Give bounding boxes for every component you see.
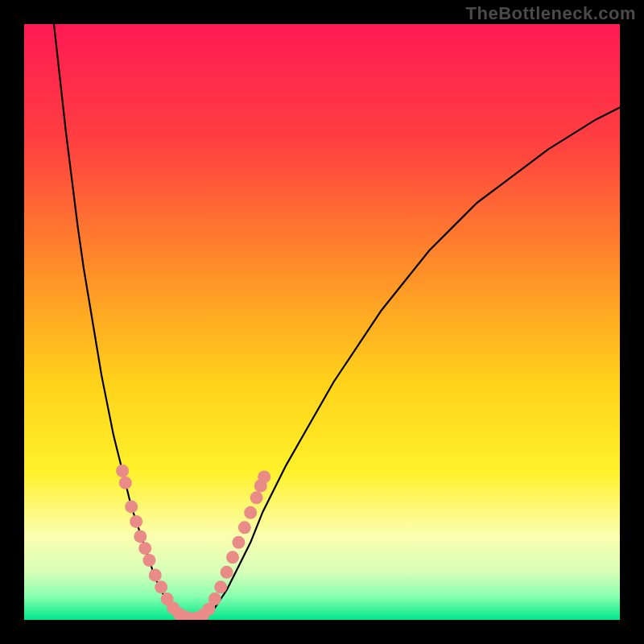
- highlight-dot: [258, 470, 270, 483]
- highlight-dot: [232, 536, 245, 549]
- chart-frame: TheBottleneck.com: [0, 0, 644, 644]
- highlight-dot: [214, 580, 227, 593]
- highlight-dot: [244, 506, 257, 519]
- highlight-dot: [134, 530, 147, 543]
- highlight-dot: [208, 592, 221, 605]
- highlight-dot: [125, 500, 138, 513]
- watermark-text: TheBottleneck.com: [466, 3, 636, 24]
- highlight-dot: [226, 551, 239, 564]
- bottleneck-curve-chart: [24, 24, 620, 620]
- highlight-dot: [250, 491, 263, 504]
- gradient-background: [24, 24, 620, 620]
- highlight-dot: [119, 477, 132, 489]
- highlight-dot: [221, 566, 233, 579]
- highlight-dot: [138, 542, 151, 555]
- highlight-dot: [155, 580, 167, 593]
- plot-area: [24, 24, 620, 620]
- highlight-dot: [149, 569, 162, 582]
- highlight-dot: [142, 554, 155, 567]
- highlight-dot: [130, 515, 142, 528]
- highlight-dot: [238, 521, 251, 534]
- highlight-dot: [116, 464, 129, 477]
